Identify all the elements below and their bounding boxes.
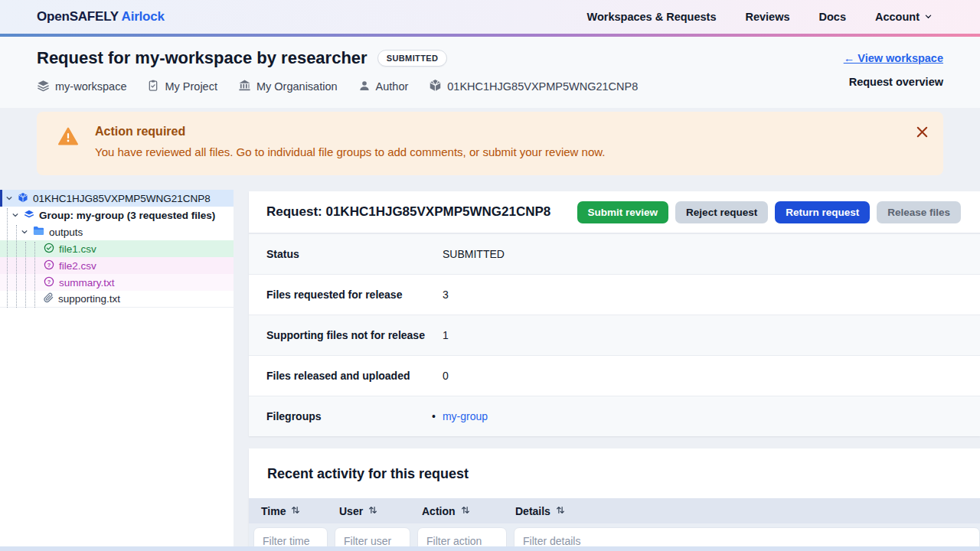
clipboard-icon (147, 79, 159, 94)
detail-row-files-released: Files released and uploaded 0 (249, 355, 980, 396)
tree-file-label: summary.txt (59, 277, 115, 289)
bullet-marker: • (432, 410, 436, 422)
folder-icon (33, 226, 44, 238)
meta-workspace-label: my-workspace (55, 80, 126, 93)
page-title: Request for my-workspace by researcher S… (37, 48, 638, 68)
layers-icon (24, 209, 34, 222)
tree-file-label: supporting.txt (58, 293, 120, 305)
paperclip-icon (44, 292, 54, 305)
request-card-title: Request: 01KHC1HJG85VXPMP5WNG21CNP8 (266, 204, 550, 220)
column-label: Time (261, 505, 286, 517)
recent-activity-card: Recent activity for this request Time Us… (249, 448, 980, 551)
nav-workspaces-requests[interactable]: Workspaces & Requests (587, 11, 717, 23)
sort-icon (291, 505, 300, 517)
filegroup-link[interactable]: my-group (443, 410, 488, 422)
nav-reviews[interactable]: Reviews (745, 11, 789, 23)
meta-author: Author (358, 80, 409, 94)
logo-primary: OpenSAFELY (37, 9, 119, 24)
tree-file-file1[interactable]: file1.csv (0, 240, 234, 257)
status-badge: SUBMITTED (377, 50, 448, 67)
nav-docs[interactable]: Docs (819, 11, 846, 23)
tree-item-group[interactable]: Group: my-group (3 requested files) (0, 207, 234, 223)
nav-account-menu[interactable]: Account (875, 11, 933, 23)
column-header-details[interactable]: Details (503, 505, 980, 517)
request-meta-row: my-workspace My Project My Organisation … (37, 79, 638, 94)
bottom-strip (0, 546, 980, 551)
action-required-banner: Action required You have reviewed all fi… (37, 112, 943, 175)
file-tree-panel: 01KHC1HJG85VXPMP5WNG21CNP8 Group: my-gro… (0, 190, 234, 550)
page-title-section: Request for my-workspace by researcher S… (0, 37, 980, 108)
bank-icon (238, 79, 251, 94)
tree-file-supporting[interactable]: supporting.txt (0, 291, 234, 308)
detail-label: Supporting files not for release (249, 329, 443, 341)
warning-icon (58, 127, 78, 148)
layers-icon (37, 79, 50, 94)
detail-value: 3 (443, 289, 449, 301)
meta-request-id: 01KHC1HJG85VXPMP5WNG21CNP8 (429, 79, 638, 94)
alert-title: Action required (95, 125, 913, 139)
detail-value: SUBMITTED (443, 248, 505, 260)
meta-project: My Project (147, 79, 217, 94)
return-request-button[interactable]: Return request (775, 201, 870, 223)
app-header: OpenSAFELY Airlock Workspaces & Requests… (0, 0, 980, 34)
meta-project-label: My Project (165, 80, 217, 93)
check-circle-icon (44, 243, 54, 256)
logo-accent: Airlock (122, 9, 165, 24)
tree-item-request-root[interactable]: 01KHC1HJG85VXPMP5WNG21CNP8 (0, 190, 234, 207)
meta-organisation: My Organisation (238, 79, 338, 94)
close-icon[interactable] (913, 123, 931, 144)
tree-group-label: Group: my-group (3 requested files) (39, 210, 215, 221)
column-header-time[interactable]: Time (249, 505, 327, 517)
activity-title: Recent activity for this request (249, 448, 980, 498)
sort-icon (556, 505, 565, 517)
detail-label: Files requested for release (249, 289, 443, 301)
meta-author-label: Author (376, 80, 409, 93)
tree-file-summary[interactable]: ? summary.txt (0, 274, 234, 291)
column-label: Action (422, 505, 456, 517)
chevron-down-icon[interactable] (5, 193, 13, 204)
cube-icon (429, 79, 442, 94)
tree-folder-label: outputs (49, 227, 83, 238)
svg-text:?: ? (47, 261, 51, 268)
question-circle-icon: ? (44, 259, 54, 272)
request-action-buttons: Submit review Reject request Return requ… (577, 201, 961, 223)
activity-table-header: Time User Action Details (249, 498, 980, 523)
question-circle-icon: ? (44, 276, 54, 289)
detail-label: Status (249, 248, 443, 260)
user-icon (358, 80, 371, 94)
detail-label: Files released and uploaded (249, 370, 443, 382)
request-details-card: Request: 01KHC1HJG85VXPMP5WNG21CNP8 Subm… (249, 191, 980, 436)
tree-root-label: 01KHC1HJG85VXPMP5WNG21CNP8 (33, 193, 211, 204)
tree-file-file2[interactable]: ? file2.csv (0, 257, 234, 274)
sort-icon (461, 505, 470, 517)
detail-value: 0 (443, 370, 449, 382)
column-header-action[interactable]: Action (410, 505, 503, 517)
detail-row-files-requested: Files requested for release 3 (249, 274, 980, 315)
column-header-user[interactable]: User (327, 505, 410, 517)
chevron-down-icon[interactable] (21, 227, 28, 238)
detail-row-filegroups: Filegroups • my-group (249, 396, 980, 436)
detail-row-supporting-files: Supporting files not for release 1 (249, 315, 980, 355)
tree-item-outputs-folder[interactable]: outputs (0, 223, 234, 240)
chevron-down-icon (924, 11, 933, 23)
column-label: Details (515, 505, 550, 517)
column-label: User (339, 505, 363, 517)
alert-message: You have reviewed all files. Go to indiv… (95, 145, 913, 158)
chevron-down-icon[interactable] (11, 210, 19, 221)
request-overview-label: Request overview (849, 76, 943, 88)
app-logo[interactable]: OpenSAFELY Airlock (37, 9, 165, 24)
main-nav: Workspaces & Requests Reviews Docs Accou… (587, 11, 933, 23)
svg-text:?: ? (47, 278, 51, 285)
submit-review-button[interactable]: Submit review (577, 201, 669, 223)
tree-file-label: file1.csv (59, 243, 96, 255)
reject-request-button[interactable]: Reject request (675, 201, 768, 223)
meta-request-id-label: 01KHC1HJG85VXPMP5WNG21CNP8 (447, 80, 638, 93)
detail-value: 1 (443, 329, 449, 341)
nav-account-label: Account (875, 11, 920, 23)
view-workspace-link[interactable]: ← View workspace (844, 52, 943, 64)
release-files-button[interactable]: Release files (877, 201, 961, 223)
meta-organisation-label: My Organisation (256, 80, 338, 93)
detail-label: Filegroups (249, 410, 443, 422)
cube-icon (18, 192, 28, 205)
tree-file-label: file2.csv (59, 260, 96, 272)
